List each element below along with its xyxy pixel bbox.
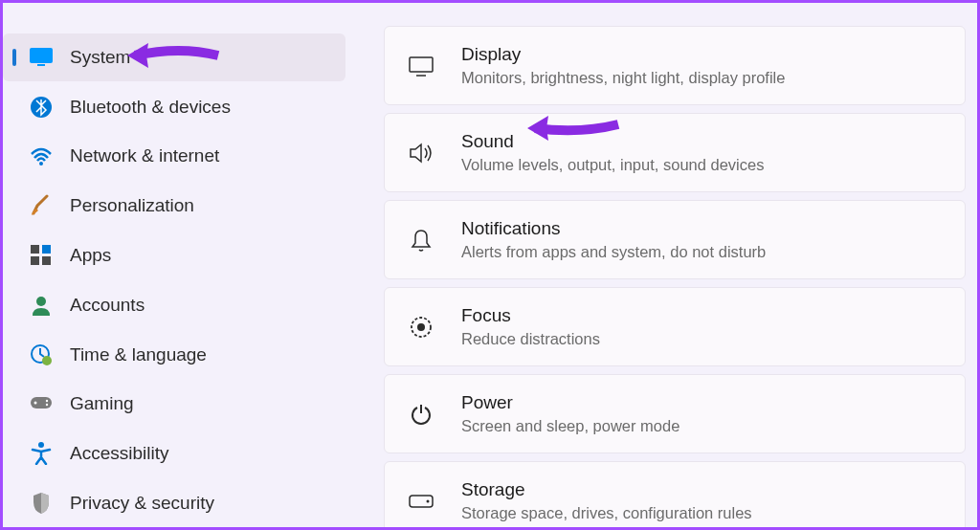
setting-title: Focus xyxy=(461,305,600,326)
bluetooth-icon xyxy=(28,94,55,121)
sidebar-item-apps[interactable]: Apps xyxy=(3,232,345,279)
svg-rect-4 xyxy=(31,245,39,254)
sidebar-item-system[interactable]: System xyxy=(3,33,345,81)
sidebar-item-label: Time & language xyxy=(70,344,207,365)
sidebar-item-label: Bluetooth & devices xyxy=(70,97,231,118)
setting-card-display[interactable]: Display Monitors, brightness, night ligh… xyxy=(384,26,966,105)
sidebar-nav: System Bluetooth & devices Network & int… xyxy=(3,3,357,527)
svg-rect-16 xyxy=(410,57,433,72)
display-icon xyxy=(28,44,55,71)
clock-globe-icon xyxy=(28,342,55,368)
setting-title: Power xyxy=(461,392,679,413)
sidebar-item-personalization[interactable]: Personalization xyxy=(3,182,345,230)
setting-subtitle: Monitors, brightness, night light, displ… xyxy=(461,69,785,87)
svg-rect-7 xyxy=(42,256,51,265)
sidebar-item-label: Apps xyxy=(70,245,111,266)
wifi-icon xyxy=(28,143,55,169)
sidebar-item-network[interactable]: Network & internet xyxy=(3,133,345,181)
svg-point-12 xyxy=(34,402,37,405)
svg-point-13 xyxy=(46,400,48,402)
setting-title: Display xyxy=(461,44,785,65)
sidebar-item-label: System xyxy=(70,47,130,68)
sidebar-item-privacy[interactable]: Privacy & security xyxy=(3,479,345,527)
svg-rect-11 xyxy=(31,397,52,409)
sidebar-item-accounts[interactable]: Accounts xyxy=(3,281,345,329)
focus-icon xyxy=(404,310,438,344)
setting-text: Sound Volume levels, output, input, soun… xyxy=(461,131,764,174)
svg-rect-1 xyxy=(37,64,45,66)
svg-point-8 xyxy=(36,297,46,306)
setting-text: Power Screen and sleep, power mode xyxy=(461,392,679,435)
sidebar-item-label: Privacy & security xyxy=(70,493,214,514)
speaker-icon xyxy=(404,136,438,170)
setting-card-sound[interactable]: Sound Volume levels, output, input, soun… xyxy=(384,113,966,192)
setting-text: Display Monitors, brightness, night ligh… xyxy=(461,44,785,87)
svg-point-15 xyxy=(38,442,44,448)
setting-subtitle: Volume levels, output, input, sound devi… xyxy=(461,156,764,174)
gamepad-icon xyxy=(28,390,55,417)
monitor-icon xyxy=(404,49,438,83)
setting-title: Notifications xyxy=(461,218,766,239)
svg-point-19 xyxy=(417,323,425,331)
svg-point-3 xyxy=(39,162,43,166)
svg-rect-0 xyxy=(30,48,53,63)
setting-title: Storage xyxy=(461,479,752,500)
person-icon xyxy=(28,292,55,319)
svg-point-22 xyxy=(427,499,430,502)
setting-subtitle: Storage space, drives, configuration rul… xyxy=(461,504,752,522)
bell-icon xyxy=(404,223,438,257)
svg-point-14 xyxy=(46,404,48,406)
setting-text: Storage Storage space, drives, configura… xyxy=(461,479,752,522)
sidebar-item-time[interactable]: Time & language xyxy=(3,331,345,379)
sidebar-item-label: Accounts xyxy=(70,295,145,316)
drive-icon xyxy=(404,484,438,519)
svg-rect-6 xyxy=(31,256,39,265)
setting-title: Sound xyxy=(461,131,764,152)
setting-card-power[interactable]: Power Screen and sleep, power mode xyxy=(384,374,966,453)
svg-rect-5 xyxy=(42,245,51,254)
sidebar-item-label: Personalization xyxy=(70,195,194,216)
setting-text: Notifications Alerts from apps and syste… xyxy=(461,218,766,261)
paintbrush-icon xyxy=(28,192,55,219)
sidebar-item-gaming[interactable]: Gaming xyxy=(3,381,345,429)
setting-text: Focus Reduce distractions xyxy=(461,305,600,348)
svg-point-10 xyxy=(42,356,52,365)
apps-icon xyxy=(28,242,55,269)
setting-subtitle: Screen and sleep, power mode xyxy=(461,417,679,435)
setting-card-focus[interactable]: Focus Reduce distractions xyxy=(384,287,966,366)
sidebar-item-label: Gaming xyxy=(70,393,134,414)
setting-card-storage[interactable]: Storage Storage space, drives, configura… xyxy=(384,461,966,530)
sidebar-item-accessibility[interactable]: Accessibility xyxy=(3,430,345,477)
sidebar-item-label: Accessibility xyxy=(70,443,168,464)
setting-card-notifications[interactable]: Notifications Alerts from apps and syste… xyxy=(384,200,966,279)
sidebar-item-bluetooth[interactable]: Bluetooth & devices xyxy=(3,83,345,131)
accessibility-icon xyxy=(28,440,55,467)
main-content: Display Monitors, brightness, night ligh… xyxy=(357,3,977,527)
shield-icon xyxy=(28,490,55,517)
sidebar-item-label: Network & internet xyxy=(70,145,219,166)
setting-subtitle: Alerts from apps and system, do not dist… xyxy=(461,243,766,261)
setting-subtitle: Reduce distractions xyxy=(461,330,600,348)
power-icon xyxy=(404,397,438,431)
